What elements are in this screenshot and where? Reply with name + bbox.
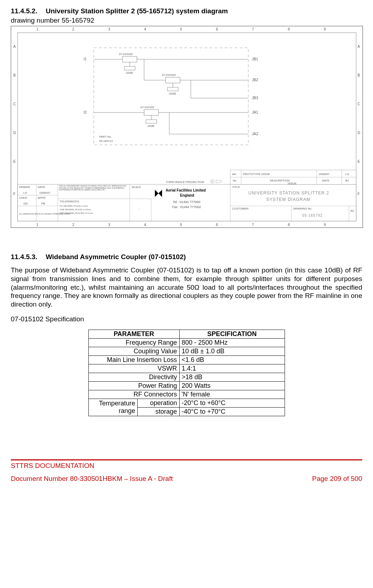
section-2-number: 11.4.5.3.: [11, 253, 37, 261]
table-row: VSWR1.4:1: [88, 364, 285, 373]
drawing-reference: drawing number 55-165792: [11, 17, 362, 24]
svg-text:4: 4: [144, 223, 146, 227]
svg-rect-44: [167, 87, 178, 91]
svg-text:5: 5: [180, 223, 182, 227]
section-1-number: 11.4.5.2.: [11, 7, 37, 15]
svg-text:JA2: JA2: [252, 132, 258, 136]
svg-text:E: E: [13, 160, 16, 164]
table-row: Power Rating200 Watts: [88, 381, 285, 390]
svg-text:PB: PB: [41, 202, 45, 205]
svg-text:LS: LS: [345, 173, 349, 176]
svg-text:3: 3: [108, 223, 110, 227]
svg-text:DRAWN: DRAWN: [19, 185, 30, 189]
svg-text:No: No: [233, 179, 237, 182]
svg-text:B: B: [13, 73, 16, 77]
svg-text:2: 2: [72, 223, 74, 227]
svg-text:NO DECIMAL PLACE ± 1mm: NO DECIMAL PLACE ± 1mm: [60, 205, 88, 207]
svg-text:ISSUE: ISSUE: [288, 182, 296, 185]
svg-text:D: D: [13, 131, 16, 135]
table-row: Frequency Range800 - 2500 MHz: [88, 338, 285, 347]
section-1-title: University Station Splitter 2 (55-165712…: [46, 7, 228, 15]
svg-text:8: 8: [288, 27, 290, 31]
svg-text:8: 8: [288, 223, 290, 227]
table-row: Temperature range operation -20°C to +60…: [88, 399, 285, 407]
title-block: AA PROTOTYPE ISSUE 15/06/07 LS No DESCRI…: [18, 170, 356, 221]
footer-title: STTRS DOCUMENTATION: [11, 462, 362, 470]
svg-text:6: 6: [216, 27, 218, 31]
svg-text:-10dB: -10dB: [168, 92, 176, 95]
svg-text:PROTOTYPE ISSUE: PROTOTYPE ISSUE: [243, 173, 270, 176]
svg-text:CUSTOMER: CUSTOMER: [232, 207, 249, 210]
svg-text:07-015102: 07-015102: [162, 73, 176, 77]
svg-text:SYSTEM DIAGRAM: SYSTEM DIAGRAM: [266, 197, 310, 202]
table-row: Directivity>18 dB: [88, 373, 285, 381]
svg-text:ONE DECIMAL PLACE ± 0.3mm: ONE DECIMAL PLACE ± 0.3mm: [60, 208, 91, 211]
spec-heading: 07-015102 Specification: [11, 315, 362, 323]
svg-text:C: C: [358, 102, 360, 106]
svg-text:JB1: JB1: [252, 57, 258, 61]
svg-text:APPD: APPD: [38, 196, 46, 199]
svg-text:7: 7: [252, 223, 254, 227]
svg-text:C: C: [13, 102, 16, 106]
svg-text:A: A: [13, 45, 16, 49]
svg-text:3: 3: [108, 27, 110, 31]
svg-rect-42: [166, 77, 180, 83]
grid-left: A B C D E F: [13, 45, 16, 196]
svg-text:TOLERANCES: TOLERANCES: [60, 200, 79, 203]
table-row: RF Connectors'N' female: [88, 390, 285, 399]
svg-text:DATE: DATE: [322, 179, 330, 182]
svg-text:GD: GD: [23, 202, 28, 205]
svg-point-102: [211, 180, 214, 183]
svg-text:Fax : 01494 777002: Fax : 01494 777002: [172, 205, 201, 209]
svg-text:I2: I2: [84, 110, 87, 114]
svg-text:E: E: [358, 160, 360, 164]
col-spec: SPECIFICATION: [179, 330, 285, 338]
svg-text:JA1: JA1: [252, 110, 258, 114]
svg-rect-31: [94, 48, 248, 145]
svg-rect-53: [144, 110, 158, 115]
system-diagram: 1 2 3 4 5 6 7 8 9 1 2 3 4 5 6 7 8 9 A B …: [11, 26, 363, 228]
svg-text:F: F: [358, 192, 360, 196]
svg-text:07-015102: 07-015102: [119, 52, 133, 56]
svg-text:DRAWING No: DRAWING No: [293, 207, 312, 210]
svg-text:CHKD: CHKD: [19, 196, 27, 199]
svg-text:PART No.: PART No.: [99, 135, 112, 138]
section-2-heading: 11.4.5.3. Wideband Asymmetric Coupler (0…: [11, 253, 362, 261]
svg-text:-: -: [139, 207, 140, 210]
svg-text:2: 2: [72, 27, 74, 31]
svg-text:England: England: [180, 193, 194, 197]
footer-meta: Document Number 80-330501HBKM – Issue A …: [11, 475, 362, 483]
svg-text:1: 1: [36, 27, 38, 31]
footer-docnum: Document Number 80-330501HBKM – Issue A …: [11, 475, 173, 483]
svg-text:I1: I1: [84, 57, 87, 61]
svg-text:A: A: [358, 45, 360, 49]
svg-rect-36: [124, 66, 135, 70]
svg-rect-55: [146, 120, 157, 123]
svg-text:F: F: [13, 192, 15, 196]
svg-text:UNIVERSITY STATION SPLITTER 2: UNIVERSITY STATION SPLITTER 2: [248, 190, 329, 196]
svg-text:1: 1: [36, 223, 38, 227]
svg-text:THIRD ANGLE PROJECTION: THIRD ANGLE PROJECTION: [166, 180, 204, 184]
footer-rule: [11, 459, 362, 460]
svg-text:Tel : 01494 777000: Tel : 01494 777000: [173, 200, 201, 204]
coupler-description: The purpose of Wideband Asymmetric Coupl…: [11, 266, 362, 309]
svg-text:JB2: JB2: [252, 78, 258, 82]
svg-text:DATE: DATE: [38, 185, 45, 189]
svg-text:DESCRIPTION: DESCRIPTION: [270, 179, 290, 182]
svg-text:9: 9: [324, 27, 326, 31]
svg-text:5: 5: [180, 27, 182, 31]
svg-text:B: B: [358, 73, 360, 77]
svg-text:-10dB: -10dB: [147, 124, 154, 128]
svg-text:TWO DECIMAL PLACES ± 0.1mm: TWO DECIMAL PLACES ± 0.1mm: [60, 212, 93, 214]
svg-text:SCALE: SCALE: [132, 185, 141, 189]
svg-text:TITLE: TITLE: [232, 185, 240, 189]
col-parameter: PARAMETER: [88, 330, 179, 338]
svg-point-103: [212, 181, 213, 182]
table-row: Main Line Insertion Loss<1.6 dB: [88, 355, 285, 364]
svg-text:4: 4: [144, 27, 146, 31]
svg-text:-10dB: -10dB: [125, 71, 133, 74]
svg-text:6: 6: [216, 223, 218, 227]
svg-text:55-165712: 55-165712: [99, 139, 113, 143]
grid-bottom: 1 2 3 4 5 6 7 8 9: [36, 223, 326, 227]
svg-text:07-015102: 07-015102: [141, 106, 155, 109]
